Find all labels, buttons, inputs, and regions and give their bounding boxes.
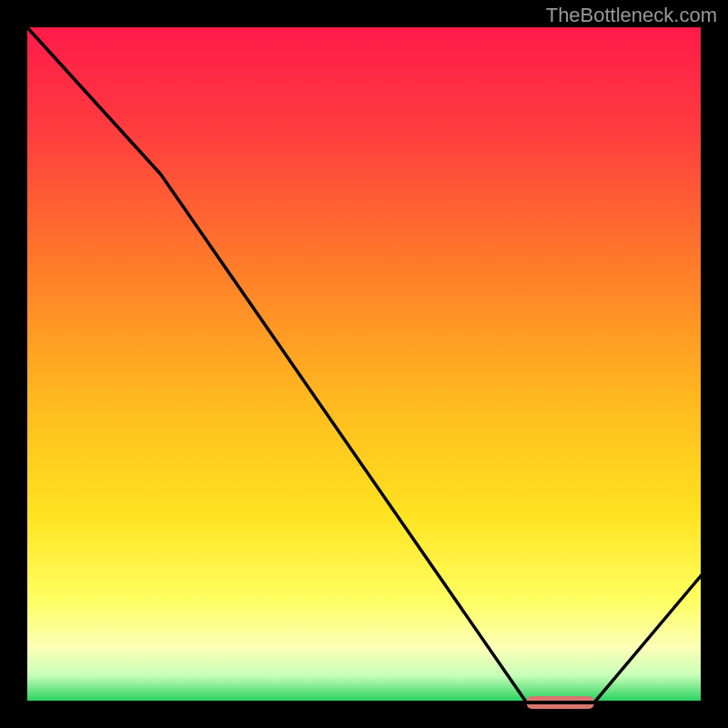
chart-background bbox=[25, 25, 703, 703]
chart-svg bbox=[0, 0, 728, 728]
watermark-text: TheBottleneck.com bbox=[546, 4, 717, 27]
